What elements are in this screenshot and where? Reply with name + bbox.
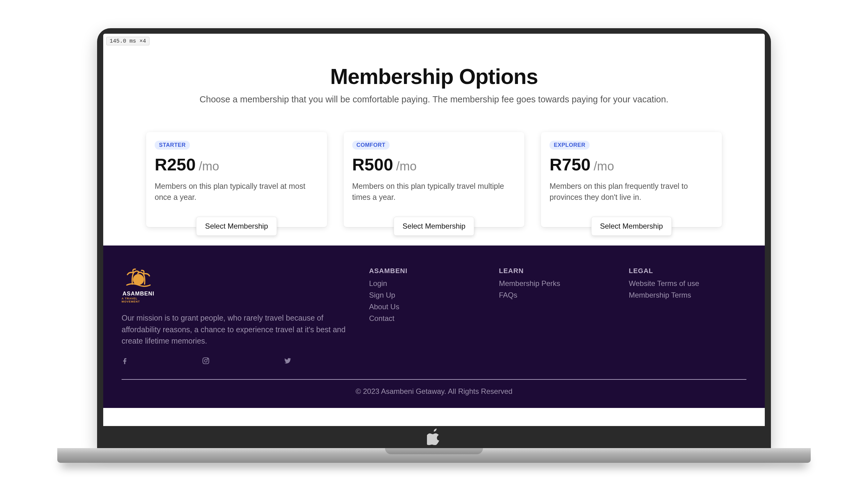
laptop-base [57, 448, 811, 463]
plan-badge: COMFORT [352, 141, 390, 150]
select-membership-button[interactable]: Select Membership [591, 217, 672, 236]
footer-link-signup[interactable]: Sign Up [369, 291, 487, 299]
plan-comfort: COMFORT R500 /mo Members on this plan ty… [344, 132, 525, 227]
footer-link-about[interactable]: About Us [369, 302, 487, 311]
plan-explorer: EXPLORER R750 /mo Members on this plan f… [541, 132, 722, 227]
plan-badge: EXPLORER [550, 141, 590, 150]
page-subtitle: Choose a membership that you will be com… [146, 94, 722, 105]
footer: ASAMBENI A TRAVEL MOVEMENT Our mission i… [103, 246, 765, 408]
brand-logo-tag: A TRAVEL MOVEMENT [122, 297, 155, 303]
footer-link-perks[interactable]: Membership Perks [499, 279, 617, 288]
mission-text: Our mission is to grant people, who rare… [122, 312, 354, 347]
footer-col-asambeni: ASAMBENI Login Sign Up About Us Contact [369, 267, 487, 367]
twitter-icon[interactable] [283, 357, 292, 367]
brand-logo: ASAMBENI A TRAVEL MOVEMENT [122, 267, 155, 303]
perf-badge: 145.0 ms ×4 [106, 37, 150, 46]
plan-description: Members on this plan typically travel mu… [352, 180, 516, 203]
footer-col-head: ASAMBENI [369, 267, 487, 275]
plan-period: /mo [396, 160, 417, 173]
screen: 145.0 ms ×4 Membership Options Choose a … [103, 34, 765, 426]
palm-logo-icon [123, 267, 154, 289]
plan-description: Members on this plan typically travel at… [155, 180, 318, 203]
footer-link-contact[interactable]: Contact [369, 314, 487, 323]
facebook-icon[interactable] [122, 357, 128, 367]
footer-link-terms-site[interactable]: Website Terms of use [629, 279, 746, 288]
laptop-frame: 145.0 ms ×4 Membership Options Choose a … [97, 28, 771, 463]
footer-grid: ASAMBENI A TRAVEL MOVEMENT Our mission i… [122, 267, 746, 367]
instagram-icon[interactable] [202, 357, 210, 367]
plan-price: R750 [550, 154, 590, 174]
svg-point-2 [205, 359, 207, 362]
footer-brand-col: ASAMBENI A TRAVEL MOVEMENT Our mission i… [122, 267, 357, 367]
select-membership-button[interactable]: Select Membership [394, 217, 474, 236]
brand-logo-name: ASAMBENI [123, 291, 154, 297]
page-title: Membership Options [146, 64, 722, 89]
plans-row: STARTER R250 /mo Members on this plan ty… [146, 132, 722, 227]
plan-description: Members on this plan frequently travel t… [550, 180, 713, 203]
plan-price-row: R500 /mo [352, 154, 516, 174]
footer-link-login[interactable]: Login [369, 279, 487, 288]
footer-col-head: LEGAL [629, 267, 746, 275]
plan-price: R250 [155, 154, 196, 174]
footer-link-terms-member[interactable]: Membership Terms [629, 291, 746, 299]
footer-col-legal: LEGAL Website Terms of use Membership Te… [629, 267, 746, 367]
footer-divider [122, 379, 746, 380]
footer-col-head: LEARN [499, 267, 617, 275]
laptop-chin [103, 426, 765, 447]
copyright-text: © 2023 Asambeni Getaway. All Rights Rese… [122, 387, 746, 396]
plan-period: /mo [199, 160, 219, 173]
plan-badge: STARTER [155, 141, 190, 150]
select-membership-button[interactable]: Select Membership [196, 217, 277, 236]
svg-point-3 [207, 358, 208, 359]
page-content: Membership Options Choose a membership t… [103, 34, 765, 246]
footer-col-learn: LEARN Membership Perks FAQs [499, 267, 617, 367]
laptop-bezel: 145.0 ms ×4 Membership Options Choose a … [97, 28, 771, 448]
social-row [122, 357, 357, 367]
apple-logo-icon [427, 429, 441, 445]
plan-period: /mo [594, 160, 614, 173]
footer-link-faqs[interactable]: FAQs [499, 291, 617, 299]
plan-price-row: R750 /mo [550, 154, 713, 174]
plan-price-row: R250 /mo [155, 154, 318, 174]
plan-starter: STARTER R250 /mo Members on this plan ty… [146, 132, 327, 227]
plan-price: R500 [352, 154, 393, 174]
